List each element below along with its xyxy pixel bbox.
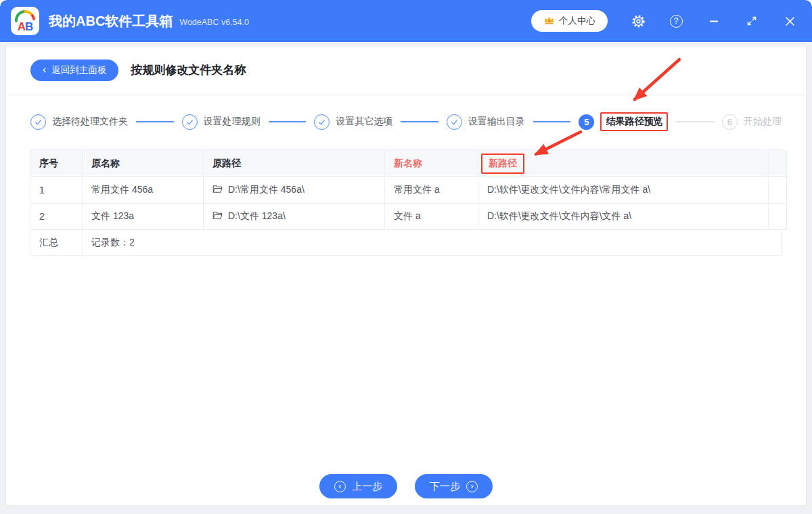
settings-gear-icon[interactable] <box>631 14 646 28</box>
circle-chevron-left-icon: ‹ <box>334 481 346 492</box>
annotation-box-step-label: 结果路径预览 <box>600 112 668 131</box>
next-step-button[interactable]: 下一步 › <box>415 474 493 498</box>
step-1: 选择待处理文件夹 <box>30 114 128 130</box>
logo-letter-b: B <box>25 20 32 33</box>
step-number-badge: 5 <box>579 114 594 130</box>
step-connector <box>401 121 438 122</box>
row2-old-name: 文件 123a <box>83 204 204 230</box>
folder-icon <box>212 185 223 195</box>
col-header-index: 序号 <box>30 150 83 177</box>
chevron-left-icon: ‹ <box>43 64 46 75</box>
panel-header: ‹ 返回到主面板 按规则修改文件夹名称 <box>6 45 806 95</box>
maximize-button[interactable] <box>744 14 759 28</box>
back-to-main-button[interactable]: ‹ 返回到主面板 <box>30 60 118 81</box>
main-panel: ‹ 返回到主面板 按规则修改文件夹名称 选择待处理文件夹 设置处理规则 <box>5 45 807 506</box>
col-header-old-path: 原路径 <box>204 150 385 177</box>
row2-old-path: D:\文件 123a\ <box>204 204 385 230</box>
step-connector <box>533 121 571 122</box>
step-number-badge: 6 <box>722 114 738 130</box>
col-header-old-name: 原名称 <box>83 150 204 177</box>
step-2: 设置处理规则 <box>182 114 261 130</box>
logo-letter-a: A <box>18 20 25 33</box>
user-center-label: 个人中心 <box>559 15 595 27</box>
previous-step-label: 上一步 <box>352 480 382 493</box>
check-icon <box>30 114 46 130</box>
row1-old-path: D:\常用文件 456a\ <box>204 177 385 204</box>
step-6: 6 开始处理 <box>722 114 782 130</box>
summary-label: 汇总 <box>30 230 83 256</box>
folder-icon <box>212 211 223 222</box>
step-3: 设置其它选项 <box>314 114 392 130</box>
col-header-new-name: 新名称 <box>385 150 478 177</box>
summary-record-count: 记录数：2 <box>83 230 782 256</box>
wizard-footer: ‹ 上一步 下一步 › <box>6 474 806 498</box>
page-title: 按规则修改文件夹名称 <box>131 62 246 78</box>
help-icon[interactable]: ? <box>669 14 683 28</box>
check-icon <box>447 114 462 130</box>
step-label: 设置处理规则 <box>204 116 261 128</box>
check-icon <box>182 114 198 130</box>
crown-icon <box>543 15 555 27</box>
result-preview-table: 序号 原名称 原路径 新名称 新路径 1 常用文件 456a D:\常用文件 4… <box>30 149 782 256</box>
row2-new-path: D:\软件\更改文件\文件内容\文件 a\ <box>478 204 769 230</box>
minimize-button[interactable] <box>706 14 721 28</box>
step-label: 设置输出目录 <box>468 116 525 128</box>
app-title: 我的ABC软件工具箱 <box>49 12 173 30</box>
step-5-current: 5 结果路径预览 <box>579 112 668 131</box>
previous-step-button[interactable]: ‹ 上一步 <box>319 474 397 498</box>
app-window: AB 我的ABC软件工具箱 WodeABC v6.54.0 个人中心 <box>0 0 812 514</box>
step-progress: 选择待处理文件夹 设置处理规则 设置其它选项 设置输 <box>6 95 806 148</box>
step-label: 开始处理 <box>744 116 782 128</box>
row1-new-name: 常用文件 a <box>385 177 478 204</box>
back-button-label: 返回到主面板 <box>51 64 106 76</box>
user-center-button[interactable]: 个人中心 <box>531 10 608 32</box>
step-label: 选择待处理文件夹 <box>52 116 128 128</box>
row1-new-path: D:\软件\更改文件\文件内容\常用文件 a\ <box>478 177 769 204</box>
next-step-label: 下一步 <box>430 480 460 493</box>
step-connector <box>676 121 714 122</box>
check-icon <box>314 114 330 130</box>
app-logo-icon: AB <box>11 7 39 35</box>
step-connector <box>136 121 174 122</box>
col-header-new-path: 新路径 <box>478 150 769 177</box>
row1-index: 1 <box>30 177 83 204</box>
row1-old-name: 常用文件 456a <box>83 177 204 204</box>
col-header-spacer <box>769 150 787 177</box>
step-4: 设置输出目录 <box>447 114 525 130</box>
annotation-box-new-path: 新路径 <box>481 154 524 174</box>
row1-spacer <box>769 177 787 204</box>
titlebar-actions: 个人中心 ? <box>531 10 797 32</box>
close-button[interactable] <box>782 14 797 28</box>
app-version: WodeABC v6.54.0 <box>179 18 249 27</box>
titlebar: AB 我的ABC软件工具箱 WodeABC v6.54.0 个人中心 <box>0 0 812 42</box>
row2-spacer <box>769 204 787 230</box>
step-label: 设置其它选项 <box>336 116 392 128</box>
row2-index: 2 <box>30 204 83 230</box>
step-connector <box>269 121 307 122</box>
row2-new-name: 文件 a <box>385 204 478 230</box>
circle-chevron-right-icon: › <box>466 481 478 492</box>
